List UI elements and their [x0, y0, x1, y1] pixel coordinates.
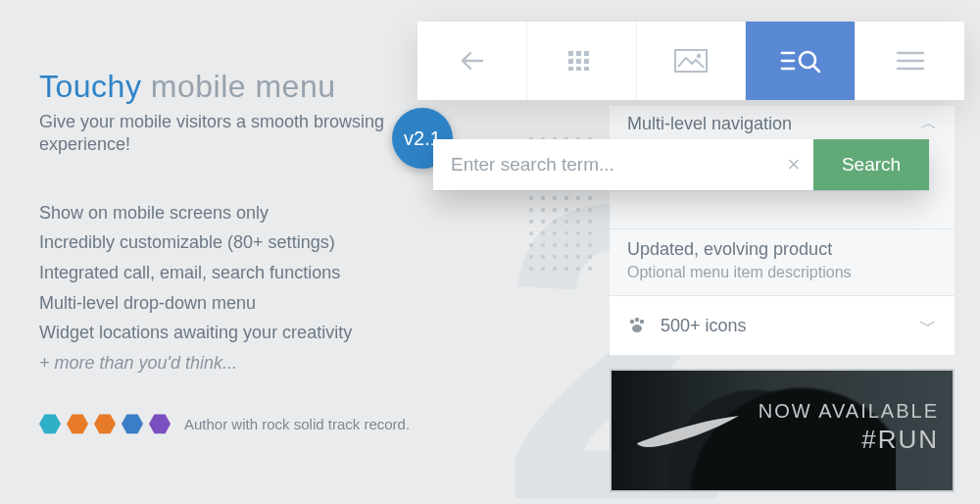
svg-rect-1	[576, 51, 581, 56]
grid-icon	[568, 51, 594, 71]
promo-text: NOW AVAILABLE #RUN	[759, 400, 939, 455]
badge-icon	[94, 413, 116, 434]
search-input[interactable]: Enter search term...	[433, 139, 774, 190]
side-row-icons[interactable]: 500+ icons ﹀	[610, 296, 955, 356]
chevron-up-icon: ︿	[921, 114, 937, 134]
feature-item: Multi-level drop-down menu	[39, 288, 461, 319]
search-button-label: Search	[842, 154, 901, 176]
back-arrow-icon	[457, 49, 486, 73]
promo-line-2: #RUN	[759, 425, 939, 455]
nike-swoosh-icon	[633, 414, 741, 449]
feature-item: Widget locations awaiting your creativit…	[39, 318, 461, 348]
svg-rect-4	[576, 59, 581, 64]
svg-rect-0	[568, 51, 573, 56]
side-row-title: Updated, evolving product	[627, 239, 937, 260]
close-icon: ×	[788, 152, 801, 177]
svg-point-10	[697, 54, 701, 58]
svg-point-20	[635, 318, 639, 322]
search-clear-button[interactable]: ×	[774, 139, 813, 190]
svg-rect-5	[584, 59, 589, 64]
badge-icon	[39, 413, 61, 434]
side-row-label: Multi-level navigation	[627, 114, 792, 134]
toolbar-image-button[interactable]	[637, 22, 747, 100]
svg-rect-7	[576, 67, 581, 71]
svg-point-22	[632, 325, 642, 332]
search-placeholder: Enter search term...	[451, 154, 614, 176]
title-rest: mobile menu	[151, 69, 336, 104]
image-icon	[674, 49, 708, 73]
author-badges	[39, 413, 171, 434]
toolbar-grid-button[interactable]	[527, 22, 637, 100]
chevron-down-icon: ﹀	[919, 314, 937, 337]
search-panel: Enter search term... × Search	[433, 139, 929, 190]
svg-rect-3	[568, 59, 573, 64]
svg-point-21	[640, 320, 644, 324]
search-list-icon	[780, 47, 821, 75]
svg-rect-6	[568, 67, 573, 71]
toolbar	[417, 22, 964, 100]
badge-icon	[149, 413, 171, 434]
author-row: Author with rock solid track record.	[39, 413, 461, 434]
side-row-subtitle: Optional menu item descriptions	[627, 264, 937, 281]
svg-rect-2	[584, 51, 589, 56]
svg-rect-8	[584, 67, 589, 71]
svg-point-19	[630, 320, 634, 324]
toolbar-search-list-button[interactable]	[746, 22, 856, 100]
svg-line-15	[813, 66, 819, 72]
badge-icon	[122, 413, 143, 434]
brand-name: Touchy	[39, 69, 141, 104]
feature-item: Incredibly customizable (80+ settings)	[39, 227, 461, 258]
feature-list: Show on mobile screens only Incredibly c…	[39, 198, 461, 378]
toolbar-menu-button[interactable]	[856, 22, 964, 100]
product-title: Touchy mobile menu	[39, 69, 461, 105]
feature-item: Integrated call, email, search functions	[39, 258, 461, 288]
paw-icon	[627, 317, 647, 334]
author-text: Author with rock solid track record.	[184, 416, 410, 432]
feature-more: + more than you'd think...	[39, 348, 461, 378]
promo-banner[interactable]: NOW AVAILABLE #RUN	[610, 369, 955, 492]
promo-line-1: NOW AVAILABLE	[759, 400, 939, 423]
toolbar-back-button[interactable]	[417, 22, 527, 100]
svg-rect-9	[675, 50, 707, 72]
feature-item: Show on mobile screens only	[39, 198, 461, 228]
badge-icon	[67, 413, 88, 434]
side-row-icons-label: 500+ icons	[661, 316, 747, 336]
side-row-updated[interactable]: Updated, evolving product Optional menu …	[610, 229, 955, 296]
hamburger-icon	[896, 50, 925, 72]
search-submit-button[interactable]: Search	[813, 139, 929, 190]
